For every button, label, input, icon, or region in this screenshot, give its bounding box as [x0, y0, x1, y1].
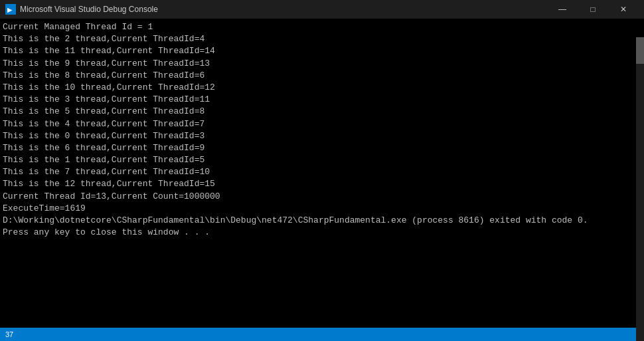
console-line: Current Managed Thread Id = 1 — [3, 21, 641, 33]
console-line: This is the 6 thread,Current ThreadId=9 — [3, 142, 641, 154]
line-number: 37 — [5, 330, 13, 338]
console-wrapper: Current Managed Thread Id = 1This is the… — [0, 19, 644, 328]
title-bar: ▶ Microsoft Visual Studio Debug Console … — [0, 0, 644, 19]
app-icon: ▶ — [5, 4, 16, 15]
console-line: This is the 4 thread,Current ThreadId=7 — [3, 118, 641, 130]
svg-text:▶: ▶ — [7, 7, 13, 13]
maximize-button[interactable]: □ — [578, 0, 608, 19]
console-line: This is the 10 thread,Current ThreadId=1… — [3, 82, 641, 94]
console-line: This is the 9 thread,Current ThreadId=13 — [3, 58, 641, 70]
console-line: This is the 7 thread,Current ThreadId=10 — [3, 166, 641, 178]
console-line: D:\Working\dotnetcore\CSharpFundamental\… — [3, 215, 641, 227]
console-output[interactable]: Current Managed Thread Id = 1This is the… — [0, 19, 644, 328]
scrollbar[interactable] — [636, 37, 644, 341]
console-line: ExecuteTime=1619 — [3, 203, 641, 215]
close-button[interactable]: ✕ — [608, 0, 639, 19]
minimize-button[interactable]: — — [547, 0, 578, 19]
console-line: This is the 0 thread,Current ThreadId=3 — [3, 130, 641, 142]
console-line: This is the 3 thread,Current ThreadId=11 — [3, 94, 641, 106]
window-title: Microsoft Visual Studio Debug Console — [20, 5, 158, 14]
title-bar-left: ▶ Microsoft Visual Studio Debug Console — [5, 4, 158, 15]
status-bar: 37 — [0, 328, 644, 341]
console-line: This is the 12 thread,Current ThreadId=1… — [3, 178, 641, 190]
scrollbar-thumb[interactable] — [636, 37, 644, 64]
title-bar-controls: — □ ✕ — [547, 0, 639, 19]
console-line: This is the 1 thread,Current ThreadId=5 — [3, 154, 641, 166]
console-line: Current Thread Id=13,Current Count=10000… — [3, 191, 641, 203]
console-line: Press any key to close this window . . . — [3, 227, 641, 239]
console-line: This is the 2 thread,Current ThreadId=4 — [3, 33, 641, 45]
console-line: This is the 11 thread,Current ThreadId=1… — [3, 45, 641, 57]
console-line: This is the 8 thread,Current ThreadId=6 — [3, 70, 641, 82]
console-line: This is the 5 thread,Current ThreadId=8 — [3, 106, 641, 118]
